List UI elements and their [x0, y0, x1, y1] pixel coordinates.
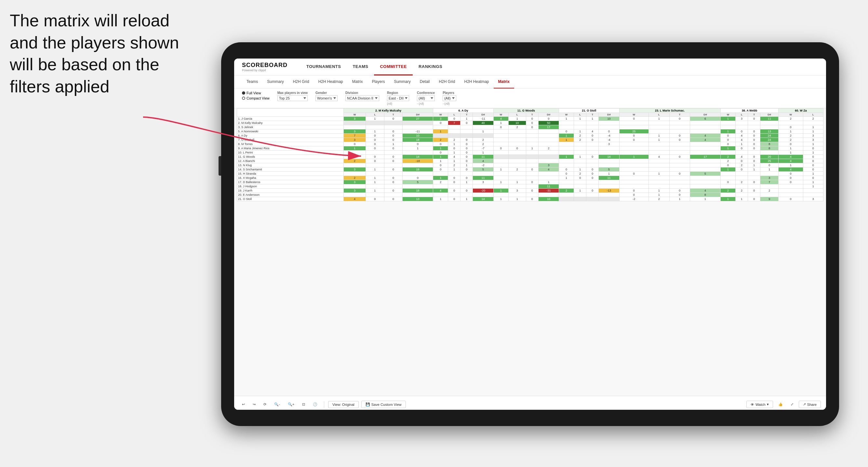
- undo-button[interactable]: ↩: [239, 401, 247, 408]
- expand-button[interactable]: ⤢: [788, 401, 796, 408]
- matrix-cell: [649, 121, 669, 125]
- max-players-select[interactable]: Top 25: [277, 95, 308, 101]
- full-view-toggle[interactable]: Full View: [242, 91, 270, 95]
- matrix-cell: 2: [779, 117, 803, 121]
- matrix-area: 2. M Kelly Mulcahy 6. A Dy 11. G Woods 2…: [234, 108, 826, 396]
- view-original-button[interactable]: View: Original: [328, 401, 359, 408]
- matrix-cell: [619, 159, 649, 163]
- nav-rankings[interactable]: RANKINGS: [413, 59, 448, 75]
- region-select[interactable]: East - DII: [387, 95, 409, 101]
- matrix-row-header: 21. O Stoll: [237, 197, 344, 201]
- subnav-h2h-grid2[interactable]: H2H Grid: [434, 75, 460, 89]
- matrix-cell: 1: [574, 129, 586, 134]
- subnav-detail[interactable]: Detail: [415, 75, 434, 89]
- matrix-cell: [669, 184, 690, 189]
- matrix-cell: 2: [779, 138, 803, 142]
- matrix-cell: [690, 146, 721, 151]
- matrix-cell: 0: [366, 142, 384, 146]
- subnav-h2h-grid[interactable]: H2H Grid: [288, 75, 314, 89]
- matrix-cell: [586, 121, 599, 125]
- gender-select[interactable]: Women's: [315, 95, 338, 101]
- matrix-cell: 0: [461, 142, 473, 146]
- matrix-cell: [343, 125, 366, 129]
- matrix-cell: 1: [448, 142, 461, 146]
- watch-button[interactable]: 👁 Watch ▾: [746, 401, 773, 408]
- subnav-matrix2[interactable]: Matrix: [494, 75, 514, 89]
- matrix-cell: 14: [473, 197, 493, 201]
- nav-tournaments[interactable]: TOURNAMENTS: [301, 59, 347, 75]
- matrix-cell: 1: [366, 176, 384, 180]
- matrix-cell: 1: [538, 180, 559, 184]
- matrix-cell: 0: [669, 172, 690, 176]
- players-select[interactable]: (All): [443, 95, 456, 101]
- thumbs-button[interactable]: 👍: [776, 401, 785, 408]
- matrix-cell: 1: [599, 172, 619, 176]
- col-header-mulcahy: 2. M Kelly Mulcahy: [343, 108, 433, 113]
- matrix-cell: 0: [366, 134, 384, 138]
- nav-teams[interactable]: TEAMS: [347, 59, 374, 75]
- zoom-out-button[interactable]: 🔍-: [272, 401, 283, 408]
- matrix-cell: 25: [619, 129, 649, 134]
- share-button[interactable]: ↗ Share: [799, 401, 821, 408]
- fit-button[interactable]: ⊡: [300, 401, 308, 408]
- matrix-cell: 0: [493, 125, 508, 129]
- matrix-cell: 3: [508, 189, 526, 193]
- matrix-cell: 27: [403, 117, 433, 121]
- nav-committee[interactable]: COMMITTEE: [374, 59, 413, 75]
- subnav-teams[interactable]: Teams: [242, 75, 262, 89]
- matrix-cell: 0: [448, 189, 461, 193]
- matrix-cell: 0: [384, 189, 402, 193]
- refresh-button[interactable]: ⟳: [261, 401, 269, 408]
- matrix-cell: 0: [403, 176, 433, 180]
- subnav-h2h-heatmap2[interactable]: H2H Heatmap: [460, 75, 493, 89]
- subnav-players[interactable]: Players: [367, 75, 389, 89]
- matrix-cell: [508, 172, 526, 176]
- redo-button[interactable]: ↪: [250, 401, 258, 408]
- matrix-cell: 0: [433, 151, 448, 155]
- matrix-cell: [538, 172, 559, 176]
- matrix-cell: [559, 125, 574, 129]
- tablet-frame: SCOREBOARD Powered by clippd TOURNAMENTS…: [221, 42, 839, 426]
- save-custom-button[interactable]: 💾 Save Custom View: [361, 401, 406, 408]
- top-nav: SCOREBOARD Powered by clippd TOURNAMENTS…: [234, 59, 826, 75]
- matrix-cell: 0: [669, 155, 690, 159]
- matrix-cell: 1: [721, 146, 736, 151]
- matrix-cell: 2: [736, 180, 748, 184]
- matrix-cell: [461, 125, 473, 129]
- full-view-radio[interactable]: [242, 91, 245, 95]
- matrix-cell: 24: [761, 138, 779, 142]
- subnav-h2h-heatmap[interactable]: H2H Heatmap: [314, 75, 348, 89]
- matrix-cell: [493, 184, 508, 189]
- matrix-cell: 0: [526, 167, 538, 172]
- compact-view-toggle[interactable]: Compact View: [242, 96, 270, 100]
- matrix-cell: 0: [619, 117, 649, 121]
- matrix-wrapper[interactable]: 2. M Kelly Mulcahy 6. A Dy 11. G Woods 2…: [234, 108, 826, 396]
- compact-view-radio[interactable]: [242, 97, 245, 100]
- subnav-summary2[interactable]: Summary: [389, 75, 415, 89]
- matrix-cell: [761, 193, 779, 197]
- conference-select[interactable]: (All): [417, 95, 435, 101]
- matrix-cell: 8: [761, 142, 779, 146]
- matrix-cell: 1: [433, 155, 448, 159]
- matrix-cell: [779, 193, 803, 197]
- matrix-cell: 1: [473, 129, 493, 134]
- division-select[interactable]: NCAA Division II: [345, 95, 379, 101]
- matrix-cell: [690, 151, 721, 155]
- matrix-cell: [690, 184, 721, 189]
- matrix-cell: [508, 193, 526, 197]
- matrix-cell: 0: [748, 142, 761, 146]
- subnav-matrix[interactable]: Matrix: [348, 75, 368, 89]
- matrix-cell: 0: [559, 129, 574, 134]
- zoom-in-button[interactable]: 🔍+: [285, 401, 297, 408]
- matrix-cell: [559, 193, 574, 197]
- matrix-cell: [736, 193, 748, 197]
- matrix-cell: 2: [736, 189, 748, 193]
- clock-button[interactable]: 🕐: [310, 401, 320, 408]
- matrix-cell: [433, 172, 448, 176]
- matrix-cell: 0: [748, 146, 761, 151]
- matrix-cell: 1: [803, 151, 823, 155]
- matrix-cell: 7: [343, 134, 366, 138]
- subnav-summary[interactable]: Summary: [262, 75, 288, 89]
- matrix-cell: 2: [473, 138, 493, 142]
- matrix-cell: -4: [599, 138, 619, 142]
